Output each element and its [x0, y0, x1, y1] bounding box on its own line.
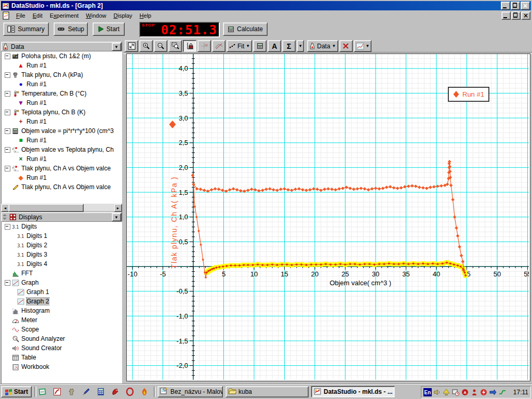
displays-tree-child-item[interactable]: 3.14Digits 3: [2, 250, 122, 259]
menu-display[interactable]: Display: [110, 11, 136, 20]
quicklaunch-dragon-icon[interactable]: [110, 387, 120, 396]
displays-panel-header[interactable]: Displays ▼: [1, 212, 122, 222]
displays-tree-item[interactable]: Scope: [2, 325, 122, 334]
task-button-3[interactable]: DataStudio - mkl.ds - ...: [311, 386, 395, 397]
menu-window[interactable]: Window: [82, 11, 110, 20]
tray-schedule-icon[interactable]: [451, 388, 460, 396]
remove-button[interactable]: [339, 40, 353, 52]
displays-tree-child-item[interactable]: Graph 1: [2, 287, 122, 297]
displays-tree-item[interactable]: Sound Analyzer: [2, 334, 122, 343]
text-annotation-button[interactable]: A: [268, 40, 281, 52]
scale-to-fit-button[interactable]: [125, 40, 138, 52]
quicklaunch-notes-icon[interactable]: [37, 387, 47, 396]
tray-arrows-icon[interactable]: [489, 388, 497, 396]
zoom-out-button[interactable]: [154, 40, 167, 52]
quicklaunch-opera-icon[interactable]: [125, 387, 135, 396]
quicklaunch-hand-icon[interactable]: [66, 387, 76, 396]
child-restore-button[interactable]: [511, 11, 521, 20]
collapse-box[interactable]: [5, 54, 10, 59]
language-indicator[interactable]: En: [423, 388, 432, 396]
data-tree-child-item[interactable]: ●Run #1: [2, 79, 122, 89]
collapse-box[interactable]: [5, 72, 10, 78]
data-tree-item[interactable]: Poloha pistu, Ch 1&2 (m): [2, 51, 122, 61]
child-minimize-button[interactable]: [501, 11, 511, 20]
displays-tree-item[interactable]: Graph: [2, 278, 122, 287]
displays-tree-item[interactable]: Sound Creator: [2, 343, 122, 353]
displays-tree-item[interactable]: 3.14Digits: [2, 222, 122, 231]
displays-tree-child-item[interactable]: 3.14Digits 4: [2, 259, 122, 269]
graph-canvas[interactable]: -10-5510152025303540455055-2,0-1,5-1,0-0…: [127, 54, 529, 380]
title-bar[interactable]: DataStudio - mkl.ds - [Graph 2] ×: [1, 1, 531, 10]
displays-tree-item[interactable]: FFT: [2, 269, 122, 278]
minimize-button[interactable]: [501, 2, 510, 10]
collapse-box[interactable]: [5, 110, 10, 115]
statistics-button[interactable]: Σ: [282, 40, 296, 52]
collapse-box[interactable]: [5, 91, 10, 97]
start-menu-button[interactable]: Start: [1, 386, 32, 397]
collapse-box[interactable]: [5, 166, 10, 171]
quicklaunch-pen-icon[interactable]: [81, 387, 91, 396]
calculator-tool-button[interactable]: [253, 40, 267, 52]
data-menu-button[interactable]: Data ▼: [307, 40, 338, 52]
clock[interactable]: 17:11: [513, 389, 528, 396]
displays-tree-item[interactable]: Table: [2, 353, 122, 362]
calculate-button[interactable]: Calculate: [223, 22, 268, 36]
data-tree-child-item[interactable]: ◆Run #1: [2, 173, 122, 182]
menu-help[interactable]: Help: [136, 11, 155, 20]
tray-ati-icon[interactable]: A: [461, 388, 469, 396]
setup-button[interactable]: Setup: [54, 22, 88, 36]
displays-tree-item[interactable]: Histogram: [2, 306, 122, 315]
data-tree-child-item[interactable]: +Run #1: [2, 117, 122, 126]
fit-menu-button[interactable]: Fit ▼: [227, 40, 252, 52]
graph-settings-button[interactable]: ▼: [354, 40, 372, 52]
smart-xy-tool-button[interactable]: xy: [197, 40, 211, 52]
collapse-box[interactable]: [5, 280, 10, 286]
scroll-thumb[interactable]: [8, 204, 84, 212]
data-tree-item[interactable]: Temperature, Ch B (°C): [2, 89, 122, 98]
tray-agent-icon[interactable]: [470, 388, 478, 396]
tray-zigzag-icon[interactable]: [498, 388, 507, 396]
zoom-in-button[interactable]: [139, 40, 153, 52]
statistics-dropdown-button[interactable]: ▼: [297, 40, 304, 52]
tray-volume-icon[interactable]: [433, 388, 441, 396]
start-button[interactable]: Start: [92, 22, 125, 36]
tray-power-icon[interactable]: [480, 388, 488, 396]
displays-tree-child-item[interactable]: 3.14Digits 1: [2, 231, 122, 241]
task-button-2[interactable]: kuba: [225, 386, 309, 397]
document-icon[interactable]: [2, 11, 10, 20]
close-button[interactable]: ×: [521, 2, 530, 10]
collapse-box[interactable]: [5, 128, 10, 134]
data-tree-item[interactable]: xyTlak plynu, Ch A vs Objem valce: [2, 164, 122, 173]
quicklaunch-fire-icon[interactable]: [139, 387, 149, 396]
displays-tree-child-item[interactable]: 3.14Digits 2: [2, 241, 122, 250]
scroll-right-button[interactable]: ►: [114, 204, 122, 212]
displays-tree-child-item[interactable]: Graph 2: [2, 297, 122, 306]
legend[interactable]: Run #1: [448, 87, 489, 101]
child-close-button[interactable]: ×: [521, 11, 530, 20]
quicklaunch-acrobat-icon[interactable]: [52, 387, 62, 396]
data-tree-child-item[interactable]: ▼Run #1: [2, 98, 122, 108]
lock-axes-button[interactable]: [183, 40, 196, 52]
data-tree-item[interactable]: Tlak plynu, Ch A (kPa): [2, 70, 122, 79]
displays-tree-item[interactable]: Meter: [2, 315, 122, 325]
restore-button[interactable]: [511, 2, 520, 10]
data-tree-child-item[interactable]: ■Run #1: [2, 136, 122, 145]
data-tree-hscrollbar[interactable]: ◄ ►: [1, 204, 122, 211]
task-button-1[interactable]: Bez_názvu - Malování: [157, 386, 223, 397]
data-panel-header[interactable]: Data ▼: [1, 42, 122, 52]
collapse-box[interactable]: [5, 224, 10, 230]
data-tree-item[interactable]: Tlak plynu, Ch A vs Objem valce: [2, 182, 122, 192]
menu-edit[interactable]: Edit: [29, 11, 46, 20]
zoom-select-button[interactable]: [168, 40, 182, 52]
displays-dropdown-button[interactable]: ▼: [112, 213, 121, 221]
data-tree-item[interactable]: Teplota plynu, Ch B (K): [2, 108, 122, 117]
displays-tree-item[interactable]: Workbook: [2, 362, 122, 371]
plot-area[interactable]: -10-5510152025303540455055-2,0-1,5-1,0-0…: [126, 54, 530, 381]
tray-wedge-icon[interactable]: [442, 388, 450, 396]
quicklaunch-calculator-icon[interactable]: [96, 387, 105, 396]
menu-experiment[interactable]: Experiment: [46, 11, 83, 20]
summary-button[interactable]: Summary: [3, 22, 49, 36]
collapse-box[interactable]: [5, 147, 10, 153]
slope-tool-button[interactable]: [212, 40, 225, 52]
data-tree-child-item[interactable]: ▲Run #1: [2, 61, 122, 70]
